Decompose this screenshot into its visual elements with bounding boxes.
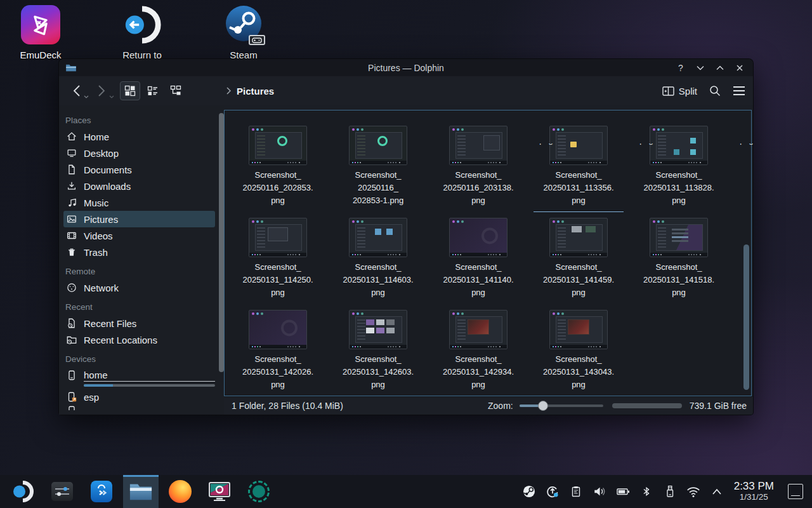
home-icon xyxy=(66,131,77,142)
zoom-slider-handle[interactable] xyxy=(538,401,548,411)
file-item[interactable]: Screenshot_20250131_143043.png xyxy=(531,309,626,395)
tray-clipboard[interactable] xyxy=(568,483,584,500)
tray-volume[interactable] xyxy=(591,483,608,500)
desktop-icon-steam[interactable]: Steam xyxy=(212,4,275,60)
taskbar-app-app-launcher[interactable] xyxy=(5,475,41,508)
return-to-gaming-icon xyxy=(122,4,162,45)
file-item[interactable]: Screenshot_20250131_141459.png xyxy=(531,217,626,309)
taskbar-app-discover[interactable] xyxy=(84,475,119,508)
zoom-slider[interactable] xyxy=(520,400,603,411)
file-item[interactable]: Screenshot_20250131_113356.png xyxy=(531,124,626,217)
tree-view-button[interactable] xyxy=(166,81,186,100)
sidebar-header-devices[interactable]: Devices xyxy=(63,351,215,367)
sidebar-item-label: Desktop xyxy=(84,148,119,159)
minimize-button[interactable] xyxy=(693,62,707,74)
thumbnail-content xyxy=(281,319,298,336)
file-thumbnail xyxy=(449,310,508,349)
sidebar-item-desktop[interactable]: Desktop xyxy=(63,145,215,161)
thumbnail-content xyxy=(481,227,498,244)
sidebar-scrollbar[interactable] xyxy=(219,113,224,372)
tray-usb-device[interactable] xyxy=(662,483,678,500)
desktop-icon xyxy=(66,147,77,159)
sidebar-item-trash[interactable]: Trash xyxy=(63,244,215,260)
sidebar-item-home[interactable]: home xyxy=(63,367,215,384)
sidebar-item-esp[interactable]: esp xyxy=(63,389,215,405)
sidebar-item-label: Home xyxy=(84,131,109,142)
file-view[interactable]: Screenshot_20250116_202853.pngScreenshot… xyxy=(224,110,752,396)
file-item[interactable]: Screenshot_20250131_142603.png xyxy=(331,309,426,395)
thumbnail-content xyxy=(568,319,589,335)
file-item[interactable]: Screenshot_20250131_141518.png xyxy=(631,217,726,309)
sidebar-item-recent-locations[interactable]: Recent Locations xyxy=(63,331,215,348)
taskbar-app-firefox[interactable] xyxy=(162,475,198,508)
file-item[interactable]: Screenshot_20250116_202853-1.png xyxy=(331,124,426,217)
titlebar-buttons: ? xyxy=(674,62,747,74)
split-button[interactable]: Split xyxy=(662,86,697,97)
close-button[interactable] xyxy=(733,62,747,74)
file-item[interactable]: Screenshot_20250131_114603.png xyxy=(331,217,426,309)
file-name: Screenshot_20250116_202853.png xyxy=(242,169,313,207)
back-button[interactable] xyxy=(68,82,84,100)
sidebar-item-home[interactable]: Home xyxy=(63,128,215,145)
desktop-icon-emudeck[interactable]: EmuDeck xyxy=(9,4,72,60)
sidebar-item-videos[interactable]: Videos xyxy=(63,227,215,244)
sidebar-item-network[interactable]: Network xyxy=(63,279,215,296)
sidebar-section-recent: RecentRecent FilesRecent Locations xyxy=(63,298,215,348)
sidebar-item-documents[interactable]: Documents xyxy=(63,161,215,178)
sidebar-header-remote[interactable]: Remote xyxy=(63,263,215,279)
hamburger-icon xyxy=(733,86,745,96)
taskbar-app-system-settings[interactable] xyxy=(44,475,80,508)
sidebar-item-pictures[interactable]: Pictures xyxy=(63,211,215,227)
desktop-icon-return-to[interactable]: Return to xyxy=(110,4,174,60)
sidebar-header-recent[interactable]: Recent xyxy=(63,298,215,315)
view-scrollbar[interactable] xyxy=(743,244,749,390)
file-name: Screenshot_20250131_141140.png xyxy=(443,261,513,299)
clock-date: 1/31/25 xyxy=(734,493,774,502)
thumbnail-window-dots xyxy=(252,312,254,315)
thumbnail-taskbar xyxy=(249,253,306,257)
file-item[interactable]: Screenshot_20250131_113828.png xyxy=(631,124,726,217)
file-item[interactable]: Screenshot_20250116_203138.png xyxy=(431,124,526,217)
steam-desktop-icon xyxy=(225,4,263,45)
file-name: Screenshot_20250131_113356.png xyxy=(543,169,613,207)
file-thumbnail xyxy=(549,218,608,257)
taskbar-app-spectacle[interactable] xyxy=(202,475,237,508)
taskbar-app-ludusavi[interactable] xyxy=(241,475,277,508)
help-button[interactable]: ? xyxy=(674,62,688,74)
sidebar-item-recent-files[interactable]: Recent Files xyxy=(63,315,215,331)
file-item[interactable]: Screenshot_20250131_142934.png xyxy=(431,309,526,395)
clock[interactable]: 2:33 PM 1/31/25 xyxy=(734,481,774,502)
tray-expand-tray[interactable] xyxy=(709,483,725,500)
breadcrumb-current[interactable]: Pictures xyxy=(237,86,274,97)
file-item[interactable]: Screenshot_20250131_114250.png xyxy=(230,217,325,309)
breadcrumb[interactable]: Pictures xyxy=(226,86,274,97)
tray-bluetooth[interactable] xyxy=(638,483,655,500)
details-view-button[interactable] xyxy=(143,81,163,100)
tray-wifi[interactable] xyxy=(685,483,702,500)
search-button[interactable] xyxy=(709,84,721,97)
taskbar-app-dolphin[interactable] xyxy=(123,475,159,508)
file-item[interactable]: Screenshot_20250131_141140.png xyxy=(431,217,526,309)
maximize-button[interactable] xyxy=(713,62,727,74)
sidebar-item-device[interactable] xyxy=(63,405,215,410)
thumbnail-taskbar xyxy=(550,253,607,257)
icons-view-button[interactable] xyxy=(120,81,140,100)
ludusavi-icon xyxy=(248,481,270,502)
show-desktop-button[interactable] xyxy=(788,484,803,499)
tray-battery[interactable] xyxy=(615,483,631,500)
file-item[interactable]: Screenshot_20250116_202853.png xyxy=(230,124,325,217)
tray-steam[interactable] xyxy=(521,483,537,500)
sidebar-item-music[interactable]: Music xyxy=(63,194,215,211)
thumbnail-content xyxy=(268,227,288,241)
forward-button[interactable] xyxy=(93,82,110,100)
tray-updates[interactable] xyxy=(544,483,561,500)
sidebar-item-downloads[interactable]: Downloads xyxy=(63,178,215,194)
file-thumbnail xyxy=(349,126,407,165)
taskbar: 2:33 PM 1/31/25 xyxy=(0,475,812,508)
sidebar-header-places[interactable]: Places xyxy=(63,112,215,128)
file-item[interactable]: Screenshot_20250131_142026.png xyxy=(230,309,325,395)
titlebar[interactable]: Pictures — Dolphin ? xyxy=(59,59,753,76)
menu-button[interactable] xyxy=(733,86,745,96)
file-name: Screenshot_20250116_202853-1.png xyxy=(353,169,403,207)
thumbnail-taskbar xyxy=(249,161,306,164)
